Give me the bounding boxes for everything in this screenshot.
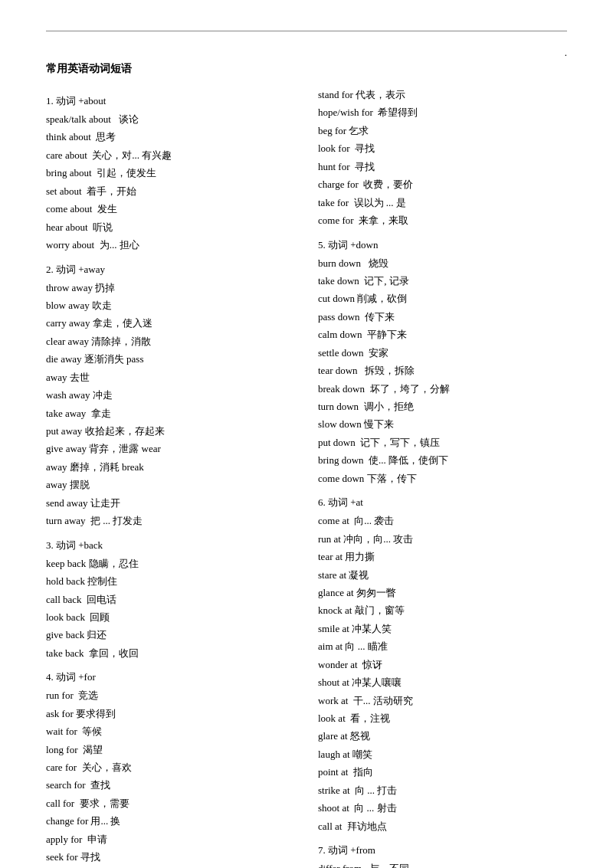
list-item: away 去世 (46, 369, 295, 385)
section-header: 3. 动词 +back (46, 539, 295, 552)
list-item: strike at 向 ... 打击 (318, 782, 567, 798)
list-item: work at 干... 活动研究 (318, 693, 567, 709)
list-item: call at 拜访地点 (318, 818, 567, 834)
list-item: hunt for 寻找 (318, 159, 567, 175)
page-title: 常用英语动词短语 (46, 62, 567, 76)
list-item: settle down 安家 (318, 345, 567, 361)
list-item: set about 着手，开始 (46, 183, 295, 199)
list-item: carry away 拿走，使入迷 (46, 315, 295, 331)
list-item: bring about 引起，使发生 (46, 165, 295, 181)
list-item: wash away 冲走 (46, 387, 295, 403)
list-item: hear about 听说 (46, 219, 295, 235)
list-item: tear at 用力撕 (318, 549, 567, 565)
list-item: burn down 烧毁 (318, 255, 567, 271)
list-item: stare at 凝视 (318, 567, 567, 583)
section-header: 2. 动词 +away (46, 263, 295, 277)
list-item: differ from 与... 不同 (318, 860, 567, 868)
content-wrapper: 1. 动词 +aboutspeak/talk about 谈论think abo… (46, 87, 567, 868)
list-item: turn away 把 ... 打发走 (46, 513, 295, 529)
section-header: 7. 动词 +from (318, 843, 567, 857)
list-item: put away 收拾起来，存起来 (46, 423, 295, 439)
list-item: come about 发生 (46, 201, 295, 217)
list-item: ask for 要求得到 (46, 706, 295, 722)
list-item: send away 让走开 (46, 495, 295, 511)
list-item: take for 误以为 ... 是 (318, 195, 567, 211)
list-item: seek for 寻找 (46, 849, 295, 865)
section-header: 1. 动词 +about (46, 94, 295, 108)
list-item: knock at 敲门，窗等 (318, 602, 567, 618)
list-item: shout at 冲某人嚷嚷 (318, 674, 567, 690)
list-item: tear down 拆毁，拆除 (318, 362, 567, 378)
list-item: bring down 使... 降低，使倒下 (318, 452, 567, 468)
left-column: 1. 动词 +aboutspeak/talk about 谈论think abo… (46, 87, 310, 868)
list-item: care for 关心，喜欢 (46, 759, 295, 775)
list-item: glance at 匆匆一瞥 (318, 585, 567, 601)
list-item: call back 回电话 (46, 591, 295, 608)
list-item: come down 下落，传下 (318, 470, 567, 486)
list-item: wait for 等候 (46, 723, 295, 739)
list-item: aim at 向 ... 瞄准 (318, 638, 567, 654)
list-item: come at 向... 袭击 (318, 513, 567, 529)
list-item: hope/wish for 希望得到 (318, 104, 567, 120)
list-item: blow away 吹走 (46, 297, 295, 313)
list-item: take down 记下, 记录 (318, 273, 567, 289)
list-item: run at 冲向，向... 攻击 (318, 531, 567, 547)
list-item: look for 寻找 (318, 140, 567, 156)
list-item: stand for 代表，表示 (318, 87, 567, 103)
list-item: give away 背弃，泄露 wear (46, 441, 295, 457)
list-item: speak/talk about 谈论 (46, 111, 295, 127)
list-item: cut down 削减，砍倒 (318, 290, 567, 306)
list-item: think about 思考 (46, 129, 295, 145)
list-item: laugh at 嘲笑 (318, 746, 567, 762)
list-item: shoot at 向 ... 射击 (318, 800, 567, 816)
list-item: worry about 为... 担心 (46, 237, 295, 253)
list-item: give back 归还 (46, 627, 295, 643)
list-item: change for 用... 换 (46, 813, 295, 829)
top-dot: . (565, 47, 567, 59)
list-item: charge for 收费，要价 (318, 176, 567, 192)
section-header: 6. 动词 +at (318, 496, 567, 509)
list-item: search for 查找 (46, 777, 295, 793)
list-item: hold back 控制住 (46, 573, 295, 589)
list-item: keep back 隐瞒，忍住 (46, 555, 295, 572)
list-item: take away 拿走 (46, 405, 295, 421)
section-header: 4. 动词 +for (46, 670, 295, 684)
list-item: calm down 平静下来 (318, 326, 567, 342)
list-item: break down 坏了，垮了，分解 (318, 381, 567, 397)
section-header: 5. 动词 +down (318, 238, 567, 252)
list-item: run for 竞选 (46, 687, 295, 703)
list-item: look back 回顾 (46, 609, 295, 625)
list-item: pass down 传下来 (318, 309, 567, 325)
list-item: wonder at 惊讶 (318, 657, 567, 673)
list-item: apply for 申请 (46, 831, 295, 847)
list-item: away 磨掉，消耗 break (46, 459, 295, 475)
list-item: away 摆脱 (46, 477, 295, 493)
list-item: smile at 冲某人笑 (318, 621, 567, 637)
top-border (46, 31, 567, 31)
list-item: put down 记下，写下，镇压 (318, 434, 567, 450)
list-item: look at 看，注视 (318, 710, 567, 726)
list-item: turn down 调小，拒绝 (318, 398, 567, 414)
list-item: call for 要求，需要 (46, 795, 295, 811)
right-column: stand for 代表，表示hope/wish for 希望得到beg for… (310, 87, 567, 868)
list-item: care about 关心，对... 有兴趣 (46, 147, 295, 163)
list-item: point at 指向 (318, 764, 567, 780)
list-item: come for 来拿，来取 (318, 212, 567, 228)
list-item: beg for 乞求 (318, 123, 567, 139)
list-item: clear away 清除掉，消散 (46, 333, 295, 349)
list-item: slow down 慢下来 (318, 416, 567, 432)
list-item: throw away 扔掉 (46, 280, 295, 296)
list-item: take back 拿回，收回 (46, 645, 295, 661)
list-item: long for 渴望 (46, 742, 295, 758)
list-item: die away 逐渐消失 pass (46, 351, 295, 367)
list-item: glare at 怒视 (318, 728, 567, 744)
